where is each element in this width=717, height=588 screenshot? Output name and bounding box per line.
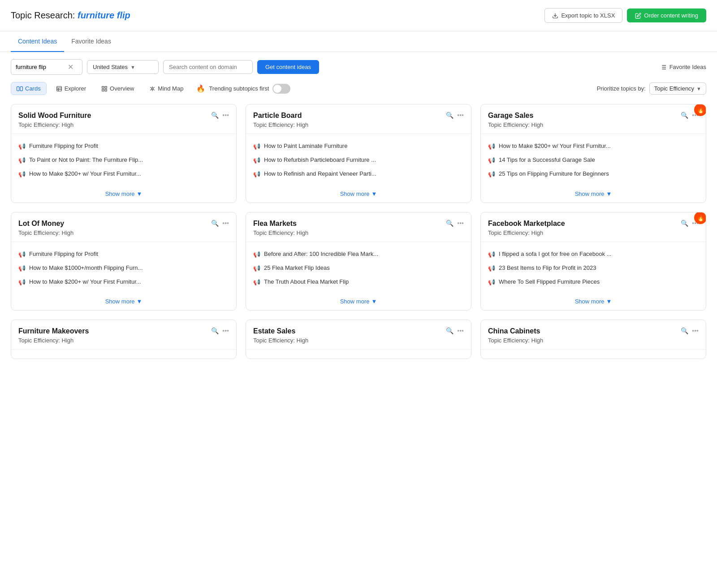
domain-search-input[interactable] [163,60,253,74]
card-header: Garage Sales Topic Efficiency: High 🔍 ••… [481,104,706,132]
view-explorer-button[interactable]: Explorer [50,82,92,95]
list-item: 📢 25 Flea Market Flip Ideas [253,261,464,275]
show-more-button[interactable]: Show more ▼ [481,185,706,203]
search-icon[interactable]: 🔍 [446,112,454,119]
card-items [481,351,706,359]
list-item: 📢 How to Paint Laminate Furniture [253,139,464,153]
card-items: 📢 How to Make $200+ w/ Your First Furnit… [481,136,706,185]
card-title: Garage Sales [488,112,681,120]
show-more-button[interactable]: Show more ▼ [481,293,706,310]
card-garage-sales: 🔥 Garage Sales Topic Efficiency: High 🔍 … [480,104,706,203]
card-items: 📢 Before and After: 100 Incredible Flea … [246,244,471,293]
card-header: Flea Markets Topic Efficiency: High 🔍 ••… [246,212,471,240]
more-options-icon[interactable]: ••• [222,112,229,119]
card-title: Furniture Makeovers [18,327,211,335]
list-item: 📢 How to Refurbish Particleboard Furnitu… [253,153,464,167]
search-icon[interactable]: 🔍 [211,220,219,227]
keyword-search-field[interactable]: ✕ [11,59,82,75]
card-particle-board: Particle Board Topic Efficiency: High 🔍 … [246,104,471,203]
export-button[interactable]: Export topic to XLSX [544,8,622,23]
page-title: Topic Research: furniture flip [11,10,130,21]
megaphone-icon: 📢 [253,278,260,286]
country-selector[interactable]: United States ▼ [87,60,159,74]
card-divider [246,242,471,242]
card-divider [246,134,471,134]
card-flea-markets: Flea Markets Topic Efficiency: High 🔍 ••… [246,212,471,311]
search-icon[interactable]: 🔍 [681,220,688,227]
card-header: Facebook Marketplace Topic Efficiency: H… [481,212,706,240]
svg-rect-14 [105,86,107,88]
view-overview-button[interactable]: Overview [95,82,140,95]
svg-point-17 [152,88,154,90]
more-options-icon[interactable]: ••• [692,327,699,334]
show-more-button[interactable]: Show more ▼ [246,293,471,310]
keyword-input[interactable] [16,64,65,70]
card-items: 📢 Furniture Flipping for Profit 📢 To Pai… [11,136,236,185]
megaphone-icon: 📢 [488,143,495,151]
priority-chevron-icon: ▼ [696,86,701,91]
more-options-icon[interactable]: ••• [222,220,229,227]
list-item: 📢 25 Tips on Flipping Furniture for Begi… [488,167,699,181]
card-furniture-makeovers: Furniture Makeovers Topic Efficiency: Hi… [11,320,237,359]
svg-rect-13 [102,86,104,88]
show-more-button[interactable]: Show more ▼ [11,185,236,203]
search-icon[interactable]: 🔍 [446,220,454,227]
list-item: 📢 How to Make $200+ w/ Your First Furnit… [488,139,699,153]
megaphone-icon: 📢 [488,264,495,272]
card-items [246,351,471,359]
cards-icon [17,86,23,92]
card-title: China Cabinets [488,327,681,335]
trending-badge: 🔥 [694,104,706,116]
search-icon[interactable]: 🔍 [681,327,688,334]
card-header: Estate Sales Topic Efficiency: High 🔍 ••… [246,320,471,347]
megaphone-icon: 📢 [18,251,26,259]
more-options-icon[interactable]: ••• [457,220,464,227]
megaphone-icon: 📢 [253,264,260,272]
search-icon[interactable]: 🔍 [211,112,219,119]
card-header: Furniture Makeovers Topic Efficiency: Hi… [11,320,236,347]
priority-select[interactable]: Topic Efficiency ▼ [649,82,706,95]
show-more-button[interactable]: Show more ▼ [11,293,236,310]
card-efficiency: Topic Efficiency: High [253,229,446,236]
card-title: Flea Markets [253,220,446,228]
list-item: 📢 How to Make $1000+/month Flipping Furn… [18,261,229,275]
svg-line-20 [153,89,155,90]
card-efficiency: Topic Efficiency: High [18,121,211,128]
card-estate-sales: Estate Sales Topic Efficiency: High 🔍 ••… [246,320,471,359]
list-item: 📢 Before and After: 100 Incredible Flea … [253,247,464,261]
card-divider [481,242,706,242]
svg-rect-7 [17,86,19,91]
trending-switch[interactable] [272,84,290,94]
tab-favorite-ideas[interactable]: Favorite Ideas [64,31,118,52]
more-options-icon[interactable]: ••• [457,327,464,334]
header-actions: Export topic to XLSX Order content writi… [544,8,706,23]
view-mindmap-button[interactable]: Mind Map [143,82,189,95]
get-ideas-button[interactable]: Get content ideas [257,60,319,74]
cards-grid: Solid Wood Furniture Topic Efficiency: H… [0,100,717,370]
list-item: 📢 To Paint or Not to Paint: The Furnitur… [18,153,229,167]
more-options-icon[interactable]: ••• [222,327,229,334]
clear-keyword-icon[interactable]: ✕ [68,63,73,71]
megaphone-icon: 📢 [18,278,26,286]
tab-content-ideas[interactable]: Content Ideas [11,31,64,52]
order-content-button[interactable]: Order content writing [627,9,706,22]
chevron-down-icon: ▼ [136,190,142,197]
chevron-down-icon: ▼ [371,298,377,305]
favorite-ideas-button[interactable]: Favorite Ideas [660,64,706,71]
search-icon[interactable]: 🔍 [211,327,219,334]
card-lot-of-money: Lot Of Money Topic Efficiency: High 🔍 ••… [11,212,237,311]
more-options-icon[interactable]: ••• [457,112,464,119]
view-cards-button[interactable]: Cards [11,82,47,95]
svg-line-23 [151,87,152,88]
search-icon[interactable]: 🔍 [681,112,688,119]
controls-row: ✕ United States ▼ Get content ideas Favo… [0,52,717,82]
card-facebook-marketplace: 🔥 Facebook Marketplace Topic Efficiency:… [480,212,706,311]
megaphone-icon: 📢 [18,143,26,151]
card-header: Lot Of Money Topic Efficiency: High 🔍 ••… [11,212,236,240]
search-icon[interactable]: 🔍 [446,327,454,334]
show-more-button[interactable]: Show more ▼ [246,185,471,203]
tabs-row: Content Ideas Favorite Ideas [0,31,717,52]
card-divider [11,349,236,350]
card-efficiency: Topic Efficiency: High [488,229,681,236]
list-item: 📢 Furniture Flipping for Profit [18,139,229,153]
